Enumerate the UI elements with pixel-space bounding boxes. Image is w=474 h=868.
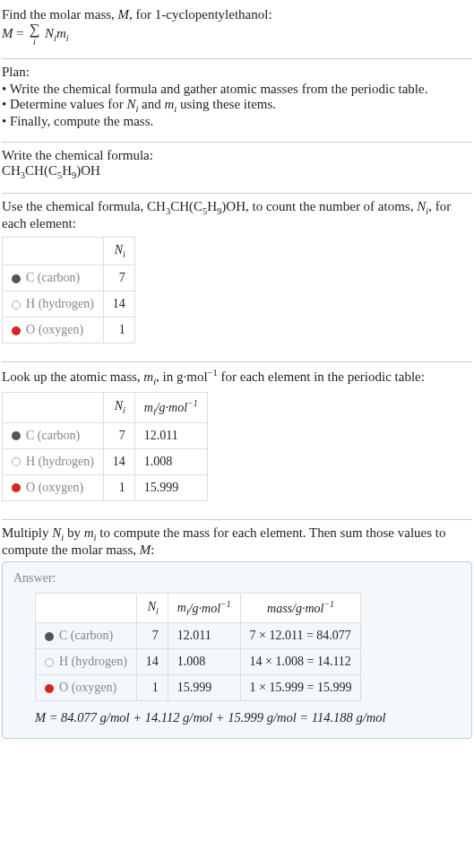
table-row: O (oxygen) 1 15.999: [3, 474, 208, 500]
step-count: Use the chemical formula, CH3CH(C5H9)OH,…: [2, 195, 472, 360]
hydrogen-dot-icon: [12, 300, 21, 309]
step-formula-text: Write the chemical formula:: [2, 148, 472, 163]
answer-box: Answer: Ni mi/g·mol−1 mass/g·mol−1 C (ca…: [2, 561, 472, 739]
plan-block: Plan: Write the chemical formula and gat…: [2, 61, 472, 140]
answer-label: Answer:: [13, 571, 461, 586]
table-row: C (carbon) 7 12.011 7 × 12.011 = 84.077: [36, 622, 361, 648]
divider: [2, 58, 472, 59]
col-Ni: Ni: [103, 238, 134, 265]
step-formula: Write the chemical formula: CH3CH(C5H9)O…: [2, 144, 472, 191]
intro-line: Find the molar mass, M, for 1-cyclopenty…: [2, 7, 472, 22]
plan-title: Plan:: [2, 65, 472, 80]
table-row: H (hydrogen) 14: [3, 291, 135, 317]
final-result: M = 84.077 g/mol + 14.112 g/mol + 15.999…: [35, 710, 461, 725]
col-mi: mi/g·mol−1: [168, 593, 240, 622]
intro-block: Find the molar mass, M, for 1-cyclopenty…: [2, 4, 472, 56]
plan-item: Determine values for Ni and mi using the…: [2, 97, 472, 114]
step-mass: Look up the atomic mass, mi, in g·mol−1 …: [2, 364, 472, 516]
plan-list: Write the chemical formula and gather at…: [2, 82, 472, 129]
step-count-text: Use the chemical formula, CH3CH(C5H9)OH,…: [2, 199, 472, 231]
step-multiply-text: Multiply Ni by mi to compute the mass fo…: [2, 525, 472, 558]
table-row: H (hydrogen) 14 1.008: [3, 448, 208, 474]
col-Ni: Ni: [103, 393, 134, 422]
chemical-formula: CH3CH(C5H9)OH: [2, 163, 472, 180]
col-Ni: Ni: [136, 593, 168, 622]
table-row: O (oxygen) 1 15.999 1 × 15.999 = 15.999: [36, 674, 361, 700]
col-mi: mi/g·mol−1: [134, 393, 207, 422]
step-multiply: Multiply Ni by mi to compute the mass fo…: [2, 522, 472, 750]
col-mass: mass/g·mol−1: [240, 593, 361, 622]
hydrogen-dot-icon: [45, 658, 54, 667]
oxygen-dot-icon: [12, 326, 21, 335]
divider: [2, 361, 472, 362]
plan-item: Finally, compute the mass.: [2, 114, 472, 129]
carbon-dot-icon: [45, 632, 54, 641]
step-mass-text: Look up the atomic mass, mi, in g·mol−1 …: [2, 368, 472, 386]
divider: [2, 142, 472, 143]
mass-table: Ni mi/g·mol−1 C (carbon) 7 12.011 H (hyd…: [2, 392, 208, 500]
plan-item: Write the chemical formula and gather at…: [2, 82, 472, 97]
divider: [2, 519, 472, 520]
table-row: C (carbon) 7: [3, 265, 135, 291]
hydrogen-dot-icon: [12, 457, 21, 466]
carbon-dot-icon: [12, 431, 21, 440]
table-row: H (hydrogen) 14 1.008 14 × 1.008 = 14.11…: [36, 648, 361, 674]
sigma-icon: ∑ i: [29, 22, 39, 46]
carbon-dot-icon: [12, 274, 21, 283]
table-row: O (oxygen) 1: [3, 317, 135, 343]
oxygen-dot-icon: [12, 483, 21, 492]
intro-equation: M = ∑ i Nimi: [2, 22, 472, 46]
divider: [2, 193, 472, 194]
answer-table: Ni mi/g·mol−1 mass/g·mol−1 C (carbon) 7 …: [35, 593, 361, 701]
count-table: Ni C (carbon) 7 H (hydrogen) 14 O (oxyge…: [2, 237, 135, 343]
oxygen-dot-icon: [45, 684, 54, 693]
table-row: C (carbon) 7 12.011: [3, 422, 208, 448]
